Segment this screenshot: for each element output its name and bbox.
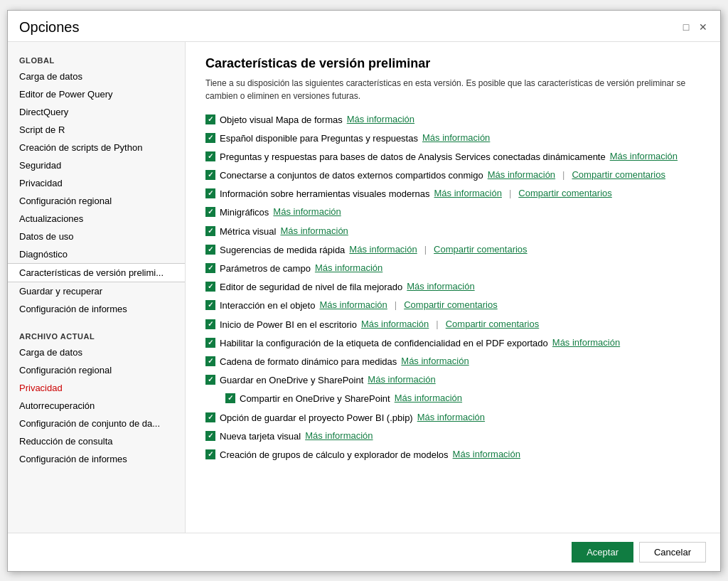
- option-link1-9[interactable]: Más información: [407, 281, 474, 292]
- checkbox-18[interactable]: [205, 449, 215, 459]
- sep-3: |: [562, 169, 564, 180]
- checkbox-12[interactable]: [205, 338, 215, 348]
- option-link1-2[interactable]: Más información: [610, 151, 678, 161]
- sidebar-item-archivo-conjunto[interactable]: Configuración de conjunto de da...: [8, 415, 185, 432]
- option-link1-8[interactable]: Más información: [315, 262, 382, 273]
- checkbox-6[interactable]: [205, 226, 215, 236]
- sidebar-item-archivo-reduccion[interactable]: Reducción de consulta: [8, 432, 185, 450]
- option-row-0: Objeto visual Mapa de formas Más informa…: [205, 114, 700, 127]
- option-row-7: Sugerencias de medida rápida Más informa…: [205, 244, 700, 257]
- checkbox-11[interactable]: [205, 319, 215, 329]
- sidebar-item-diagnostico[interactable]: Diagnóstico: [8, 245, 185, 263]
- title-bar: Opciones □ ✕: [8, 11, 720, 42]
- main-description: Tiene a su disposición las siguientes ca…: [205, 77, 700, 102]
- checkbox-5[interactable]: [205, 207, 215, 217]
- option-link2-4[interactable]: Compartir comentarios: [518, 188, 612, 198]
- option-row-10: Interacción en el objeto Más información…: [205, 299, 700, 312]
- option-link1-6[interactable]: Más información: [280, 225, 348, 236]
- dialog-title: Opciones: [19, 19, 80, 36]
- option-text-11: Inicio de Power BI en el escritorio: [220, 319, 357, 331]
- option-row-18: Creación de grupos de cálculo y explorad…: [205, 449, 700, 462]
- sidebar-item-directquery[interactable]: DirectQuery: [8, 103, 185, 121]
- sidebar-item-archivo-regional[interactable]: Configuración regional: [8, 361, 185, 379]
- checkbox-8[interactable]: [205, 263, 215, 273]
- sidebar-item-script-r[interactable]: Script de R: [8, 121, 185, 139]
- window-controls: □ ✕: [680, 21, 709, 33]
- checkbox-10[interactable]: [205, 300, 215, 310]
- checkbox-0[interactable]: [205, 114, 215, 124]
- sidebar-item-config-regional[interactable]: Configuración regional: [8, 192, 185, 210]
- option-text-9: Editor de seguridad de nivel de fila mej…: [220, 281, 402, 294]
- option-row-3: Conectarse a conjuntos de datos externos…: [205, 169, 700, 182]
- cancel-button[interactable]: Cancelar: [639, 542, 706, 563]
- close-icon[interactable]: ✕: [697, 21, 709, 33]
- sidebar-item-archivo-config-informes[interactable]: Configuración de informes: [8, 450, 185, 468]
- option-link2-7[interactable]: Compartir comentarios: [434, 244, 528, 255]
- sidebar-item-datos-uso[interactable]: Datos de uso: [8, 228, 185, 245]
- sidebar-item-power-query[interactable]: Editor de Power Query: [8, 85, 185, 103]
- option-link2-10[interactable]: Compartir comentarios: [404, 299, 498, 310]
- checkbox-3[interactable]: [205, 170, 215, 180]
- option-row-16: Opción de guardar el proyecto Power BI (…: [205, 412, 700, 425]
- sidebar-item-archivo-autorrecuperacion[interactable]: Autorrecuperación: [8, 397, 185, 415]
- checkbox-16[interactable]: [205, 412, 215, 422]
- checkbox-13[interactable]: [205, 356, 215, 366]
- dialog-footer: Aceptar Cancelar: [8, 533, 720, 571]
- option-link1-0[interactable]: Más información: [347, 114, 414, 124]
- checkbox-7[interactable]: [205, 245, 215, 255]
- option-link1-7[interactable]: Más información: [349, 244, 417, 255]
- sidebar-item-archivo-privacidad[interactable]: Privacidad: [8, 379, 185, 397]
- sidebar-item-archivo-carga[interactable]: Carga de datos: [8, 343, 185, 361]
- option-row-6: Métrica visual Más información: [205, 225, 700, 238]
- option-text-12: Habilitar la configuración de la etiquet…: [220, 337, 548, 350]
- option-text-18: Creación de grupos de cálculo y explorad…: [220, 449, 449, 462]
- option-text-2: Preguntas y respuestas para bases de dat…: [220, 151, 606, 164]
- option-link1-18[interactable]: Más información: [453, 449, 520, 459]
- sidebar-item-guardar-recuperar[interactable]: Guardar y recuperar: [8, 282, 185, 300]
- sidebar-item-actualizaciones[interactable]: Actualizaciones: [8, 210, 185, 228]
- option-link1-13[interactable]: Más información: [401, 356, 469, 366]
- option-link1-17[interactable]: Más información: [305, 430, 373, 441]
- global-section-label: GLOBAL: [8, 50, 185, 68]
- sidebar-item-privacidad[interactable]: Privacidad: [8, 174, 185, 192]
- checkbox-4[interactable]: [205, 188, 215, 198]
- option-text-8: Parámetros de campo: [220, 262, 311, 275]
- option-link1-4[interactable]: Más información: [434, 188, 502, 198]
- option-link1-14[interactable]: Más información: [368, 374, 435, 385]
- option-row-15: Compartir en OneDrive y SharePoint Más i…: [205, 393, 700, 405]
- option-row-8: Parámetros de campo Más información: [205, 262, 700, 275]
- sidebar-item-caracteristicas[interactable]: Características de versión prelimi...: [8, 263, 185, 282]
- option-link1-10[interactable]: Más información: [319, 299, 387, 310]
- option-text-3: Conectarse a conjuntos de datos externos…: [220, 169, 483, 182]
- sep-7: |: [424, 244, 427, 255]
- checkbox-2[interactable]: [205, 151, 215, 161]
- checkbox-1[interactable]: [205, 133, 215, 143]
- option-row-9: Editor de seguridad de nivel de fila mej…: [205, 281, 700, 294]
- dialog-body: GLOBAL Carga de datos Editor de Power Qu…: [8, 42, 720, 533]
- sidebar-item-config-informes-global[interactable]: Configuración de informes: [8, 300, 185, 318]
- option-link1-3[interactable]: Más información: [488, 169, 555, 180]
- option-text-0: Objeto visual Mapa de formas: [220, 114, 343, 127]
- checkbox-15[interactable]: [225, 393, 235, 403]
- option-text-17: Nueva tarjeta visual: [220, 430, 301, 443]
- option-link1-12[interactable]: Más información: [552, 337, 620, 348]
- checkbox-14[interactable]: [205, 375, 215, 385]
- option-link1-5[interactable]: Más información: [273, 206, 341, 217]
- checkbox-9[interactable]: [205, 282, 215, 292]
- minimize-icon[interactable]: □: [680, 21, 692, 33]
- option-text-5: Minigráficos: [220, 206, 269, 219]
- option-link2-11[interactable]: Compartir comentarios: [446, 319, 540, 329]
- option-row-11: Inicio de Power BI en el escritorio Más …: [205, 319, 700, 331]
- option-link1-15[interactable]: Más información: [395, 393, 462, 403]
- sidebar-item-carga-datos[interactable]: Carga de datos: [8, 68, 185, 85]
- sidebar-item-scripts-python[interactable]: Creación de scripts de Python: [8, 139, 185, 156]
- option-link1-16[interactable]: Más información: [417, 412, 485, 422]
- option-link1-11[interactable]: Más información: [361, 319, 429, 329]
- sidebar-item-seguridad[interactable]: Seguridad: [8, 156, 185, 174]
- option-link2-3[interactable]: Compartir comentarios: [572, 169, 665, 180]
- option-link1-1[interactable]: Más información: [422, 132, 490, 143]
- checkbox-17[interactable]: [205, 431, 215, 441]
- option-row-4: Información sobre herramientas visuales …: [205, 188, 700, 201]
- accept-button[interactable]: Aceptar: [572, 542, 633, 563]
- sep-4: |: [509, 188, 511, 198]
